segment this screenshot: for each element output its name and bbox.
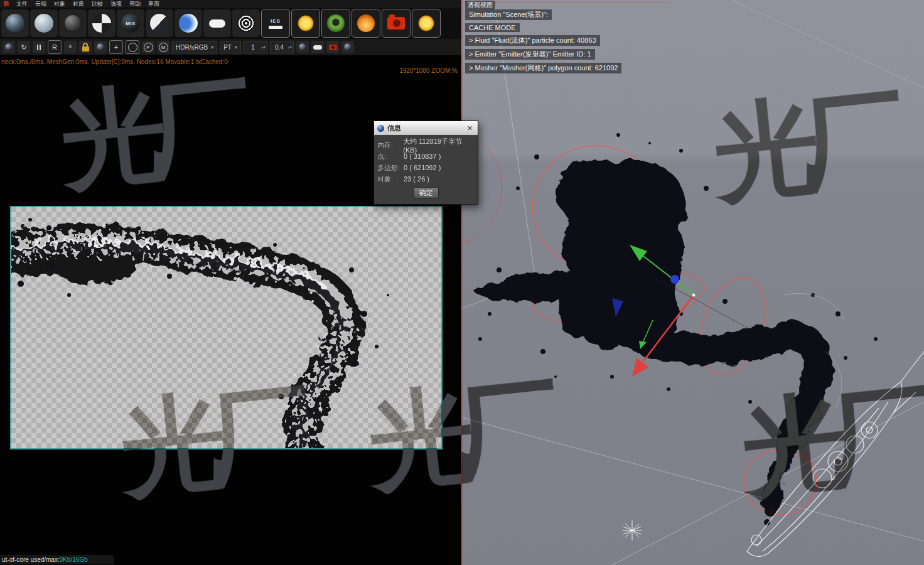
exposure-input[interactable] xyxy=(271,43,288,51)
response-curve-select[interactable]: HDR/sRGB▾ xyxy=(172,41,217,53)
pause-button[interactable] xyxy=(33,41,45,53)
restart-render-button[interactable] xyxy=(3,41,15,53)
texture-preview-button[interactable] xyxy=(311,41,324,53)
add-region-button[interactable]: + xyxy=(109,40,123,54)
toolbar-icon-half-ball[interactable] xyxy=(146,9,173,37)
ies-light-icon: IES xyxy=(266,14,285,33)
target-rings-icon xyxy=(237,14,255,32)
starburst-icon xyxy=(622,520,642,541)
fluid-count-line: > Fluid "Fluid(流体)" particle count: 4086… xyxy=(465,35,600,46)
chevron-down-icon: ▾ xyxy=(235,45,237,50)
circle-icon xyxy=(128,43,137,52)
reset-button[interactable]: R xyxy=(48,40,62,54)
render-viewport[interactable] xyxy=(10,206,443,449)
toolbar-icon-daylight[interactable] xyxy=(412,9,441,38)
matte-ball-icon xyxy=(35,14,53,33)
fire-env-icon xyxy=(357,14,375,32)
toolbar-icon-texture[interactable] xyxy=(203,9,231,37)
camera-icon xyxy=(329,45,337,50)
menu-cloud[interactable]: 云端 xyxy=(35,0,46,8)
sim-scene-line: Simulation "Scene(场景)": xyxy=(465,9,552,20)
red-axis-arrow[interactable] xyxy=(632,358,648,377)
chevron-down-icon: ▾ xyxy=(211,45,213,50)
viewport-label: 透视视图 xyxy=(465,1,495,9)
simulation-info-overlay: Simulation "Scene(场景)": CACHE MODE > Flu… xyxy=(465,9,621,77)
env-preview-button[interactable] xyxy=(341,41,354,53)
subsample-stepper[interactable]: ▴▾ xyxy=(244,41,267,53)
dialog-title-bar[interactable]: 信息 ✕ xyxy=(374,121,478,135)
material-toolbar: MIX IES xyxy=(0,8,463,39)
toolbar-icon-matte-ball[interactable] xyxy=(30,9,58,37)
toolbar-icon-hdri-env[interactable] xyxy=(321,9,350,38)
fluid-mesh xyxy=(473,159,817,506)
stepper-arrows-icon[interactable]: ▴▾ xyxy=(262,46,267,49)
menu-compare[interactable]: 比较 xyxy=(92,0,103,8)
close-icon[interactable]: ✕ xyxy=(465,124,475,132)
mesher-count-line: > Mesher "Mesher(网格)" polygon count: 621… xyxy=(465,63,621,73)
menu-objects[interactable]: 对象 xyxy=(54,0,65,8)
polygons-row: 多边形:0 ( 621092 ) xyxy=(377,162,475,173)
stepper-arrows-icon[interactable]: ▴▾ xyxy=(288,46,293,49)
info-dialog: 信息 ✕ 内存:大约 112819千字节(KB) 点:0 ( 310837 ) … xyxy=(373,121,478,205)
toolbar-icon-camera[interactable] xyxy=(382,9,411,38)
render-panel: 文件 云端 对象 材质 比较 选项 帮助 界面 MIX IES xyxy=(0,0,461,565)
boat-wireframe xyxy=(747,352,924,556)
gear-icon: * xyxy=(68,42,72,53)
lock-button[interactable] xyxy=(79,41,92,53)
emitter-id-line: > Emitter "Emitter(发射器)" Emitter ID: 1 xyxy=(465,49,595,60)
mix-material-icon: MIX xyxy=(121,14,140,33)
kernel-select[interactable]: PT▾ xyxy=(220,41,241,53)
toolbar-icon-checker-ball[interactable] xyxy=(88,9,115,37)
cache-mode-line: CACHE MODE xyxy=(465,23,520,32)
scene-3d xyxy=(461,0,924,565)
toolbar-icon-target[interactable] xyxy=(232,9,260,37)
pick-postprocess-button[interactable]: P xyxy=(142,41,154,53)
toolbar-icon-daylight-env[interactable] xyxy=(175,9,202,37)
menu-interface[interactable]: 界面 xyxy=(148,0,159,8)
checker-ball-icon xyxy=(92,14,111,33)
m-circle-icon: M xyxy=(159,43,168,52)
toolbar-icon-fire-env[interactable] xyxy=(352,9,380,38)
texture-capsule-icon xyxy=(209,19,225,28)
sun-icon xyxy=(298,15,314,31)
toolbar-icon-sun[interactable] xyxy=(291,9,320,38)
exposure-stepper[interactable]: ▴▾ xyxy=(270,41,294,53)
fluid-render xyxy=(11,207,441,448)
half-ball-icon xyxy=(150,14,169,33)
menu-help[interactable]: 帮助 xyxy=(129,0,141,8)
menu-options[interactable]: 选项 xyxy=(110,0,122,8)
camera-preview-button[interactable] xyxy=(326,41,339,53)
lock-icon xyxy=(82,46,89,51)
camera-icon xyxy=(387,17,405,30)
octane-orb-icon xyxy=(377,125,384,132)
sphere-icon xyxy=(299,43,306,51)
toolbar-icon-metal-ball[interactable] xyxy=(59,9,87,37)
objects-row: 对象:23 ( 26 ) xyxy=(377,173,475,185)
memory-row: 内存:大约 112819千字节(KB) xyxy=(377,139,475,151)
menu-materials[interactable]: 材质 xyxy=(73,0,84,8)
toolbar-icon-mix-material[interactable]: MIX xyxy=(117,9,144,37)
viewport-3d[interactable]: 透视视图 Simulation "Scene(场景)": CACHE MODE … xyxy=(461,0,924,565)
toolbar-icon-glossy-ball[interactable] xyxy=(1,9,29,37)
dialog-body: 内存:大约 112819千字节(KB) 点:0 ( 310837 ) 多边形:0… xyxy=(374,135,478,204)
app-logo-icon xyxy=(4,1,9,6)
region-select-button[interactable] xyxy=(126,40,139,54)
render-controls-toolbar: ↻ R * + P M HDR/sRGB▾ PT▾ ▴▾ ▴▾ xyxy=(0,39,464,55)
refresh-button[interactable]: ↻ xyxy=(18,41,30,53)
menu-file[interactable]: 文件 xyxy=(16,0,28,8)
metal-ball-icon xyxy=(63,14,82,33)
settings-gear-button[interactable]: * xyxy=(64,41,77,53)
sphere-icon xyxy=(97,43,104,51)
preview-ball-button[interactable] xyxy=(296,41,309,53)
subsample-input[interactable] xyxy=(244,43,262,51)
daylight-sun-icon xyxy=(418,15,434,31)
ok-button[interactable]: 确定 xyxy=(414,187,439,199)
pick-material-button[interactable]: M xyxy=(157,41,169,53)
menu-bar: 文件 云端 对象 材质 比较 选项 帮助 界面 xyxy=(0,0,465,8)
sphere-icon xyxy=(344,43,352,51)
render-status-text: neck:0ms./0ms. MeshGen:0ms. Update[C]:0m… xyxy=(1,58,228,65)
octane-fluid-app: 文件 云端 对象 材质 比较 选项 帮助 界面 MIX IES xyxy=(0,0,924,565)
blue-axis-handle[interactable] xyxy=(670,275,679,284)
toolbar-icon-ies-light[interactable]: IES xyxy=(261,9,290,38)
material-pick-button[interactable] xyxy=(94,41,107,53)
